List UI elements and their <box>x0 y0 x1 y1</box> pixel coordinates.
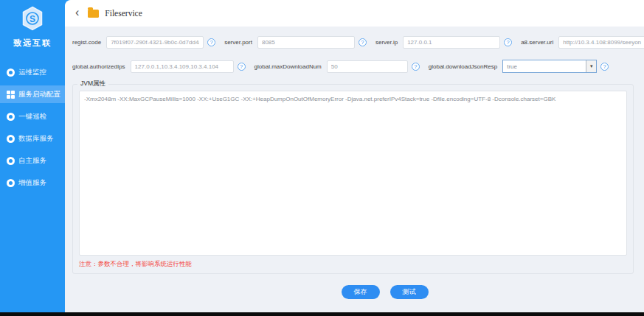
database-icon <box>7 135 15 143</box>
help-icon[interactable]: ? <box>207 38 215 46</box>
server-port-input[interactable] <box>257 36 355 49</box>
help-icon[interactable]: ? <box>412 63 420 71</box>
service-config-icon <box>7 91 15 99</box>
sidebar: S 致远互联 运维监控 服务启动配置 一键巡检 数据库服务 <box>0 0 65 316</box>
jvm-properties-fieldset: JVM属性 -Xmx2048m -XX:MaxGCPauseMillis=100… <box>72 80 634 274</box>
bottom-strip <box>0 312 644 316</box>
global-maxDownloadNum-input[interactable] <box>327 60 408 73</box>
monitor-icon <box>7 69 15 77</box>
select-value: true <box>503 60 586 72</box>
regist-code-input[interactable] <box>106 36 204 49</box>
sidebar-item-self-service[interactable]: 自主服务 <box>0 152 65 169</box>
help-icon[interactable]: ? <box>359 38 367 46</box>
sidebar-item-label: 运维监控 <box>18 68 46 77</box>
field-server-port: server.port ? <box>224 36 367 49</box>
brand-logo-icon: S <box>21 6 44 31</box>
global-maxDownloadNum-label: global.maxDownloadNum <box>255 63 322 70</box>
test-button[interactable]: 测试 <box>390 285 429 299</box>
back-icon[interactable]: ‹ <box>75 7 79 18</box>
field-a8-server-url: a8.server.url <box>521 36 644 49</box>
sidebar-item-service-startup-config[interactable]: 服务启动配置 <box>0 85 65 103</box>
help-icon[interactable]: ? <box>238 63 246 71</box>
main-content: ‹ Fileservice regist.code ? server.port … <box>65 0 644 316</box>
server-ip-label: server.ip <box>375 39 398 46</box>
form-actions: 保存 测试 <box>72 285 644 299</box>
sidebar-item-label: 增值服务 <box>18 178 46 188</box>
download-json-resp-select[interactable]: true ▾ <box>502 60 597 73</box>
form-row-2: global.authorizedIps ? global.maxDownloa… <box>72 60 644 73</box>
svg-text:S: S <box>30 14 35 24</box>
inspection-icon <box>7 113 15 121</box>
global-authorizedIps-input[interactable] <box>131 60 234 73</box>
sidebar-item-database-service[interactable]: 数据库服务 <box>0 130 65 147</box>
a8-server-url-input[interactable] <box>558 36 644 49</box>
self-service-icon <box>7 157 15 165</box>
app-window: S 致远互联 运维监控 服务启动配置 一键巡检 数据库服务 <box>0 0 644 316</box>
fileservice-config-form: regist.code ? server.port ? server.ip ? … <box>65 27 644 316</box>
sidebar-item-one-click-inspection[interactable]: 一键巡检 <box>0 108 65 125</box>
page-title: Fileservice <box>105 9 142 18</box>
jvm-warning-text: 注意：参数不合理，将影响系统运行性能 <box>79 260 627 269</box>
brand: S 致远互联 <box>0 6 65 49</box>
server-port-label: server.port <box>224 39 252 46</box>
sidebar-item-label: 自主服务 <box>18 156 46 166</box>
form-row-1: regist.code ? server.port ? server.ip ? … <box>72 36 644 49</box>
sidebar-item-value-added-service[interactable]: 增值服务 <box>0 174 65 192</box>
jvm-properties-legend: JVM属性 <box>77 80 108 88</box>
jvm-properties-textarea[interactable]: -Xmx2048m -XX:MaxGCPauseMillis=1000 -XX:… <box>79 91 627 256</box>
a8-server-url-label: a8.server.url <box>521 39 553 46</box>
brand-name: 致远互联 <box>0 38 65 49</box>
regist-code-label: regist.code <box>72 39 101 46</box>
field-server-ip: server.ip ? <box>375 36 512 49</box>
field-regist-code: regist.code ? <box>72 36 215 49</box>
field-global-downloadJsonResp: global.downloadJsonResp true ▾ ? <box>429 60 609 73</box>
sidebar-item-ops-monitoring[interactable]: 运维监控 <box>0 63 65 81</box>
field-global-authorizedIps: global.authorizedIps ? <box>72 60 246 73</box>
global-authorizedIps-label: global.authorizedIps <box>72 63 125 70</box>
global-downloadJsonResp-label: global.downloadJsonResp <box>429 63 497 70</box>
chevron-down-icon[interactable]: ▾ <box>586 60 596 72</box>
help-icon[interactable]: ? <box>504 38 512 46</box>
save-button[interactable]: 保存 <box>342 285 380 299</box>
field-global-maxDownloadNum: global.maxDownloadNum ? <box>255 60 420 73</box>
topbar: ‹ Fileservice <box>65 0 644 27</box>
sidebar-item-label: 服务启动配置 <box>18 90 60 99</box>
help-icon[interactable]: ? <box>600 63 609 71</box>
server-ip-input[interactable] <box>403 36 500 49</box>
folder-icon <box>88 10 99 18</box>
sidebar-item-label: 一键巡检 <box>18 112 46 122</box>
sidebar-menu: 运维监控 服务启动配置 一键巡检 数据库服务 自主服务 增值服务 <box>0 63 65 192</box>
value-added-icon <box>7 179 15 187</box>
sidebar-item-label: 数据库服务 <box>18 134 54 144</box>
